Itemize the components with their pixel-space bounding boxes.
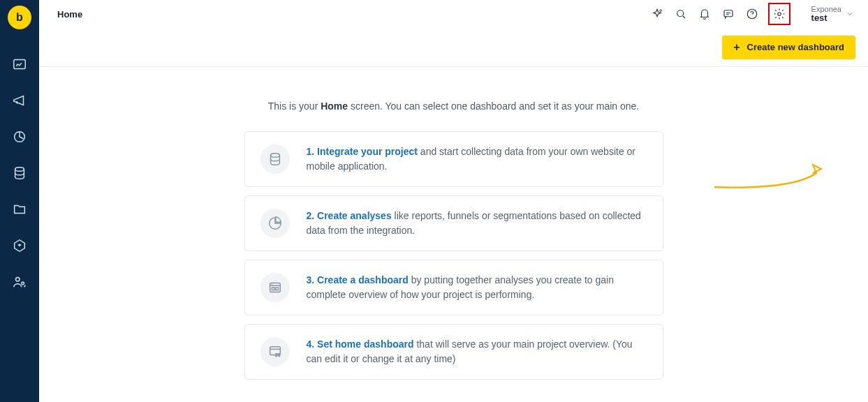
nav-data-icon[interactable]: [11, 165, 28, 181]
hint-arrow-icon: [713, 163, 825, 191]
svg-point-5: [16, 278, 20, 282]
svg-point-6: [22, 282, 24, 285]
brand-logo[interactable]: b: [8, 6, 31, 29]
nav-dashboard-icon[interactable]: [11, 56, 28, 73]
page-title: Home: [57, 9, 82, 20]
svg-rect-0: [14, 60, 26, 69]
card-analyses-text: 2. Create analyses like reports, funnels…: [307, 209, 647, 238]
card-integrate-link: 1. Integrate your project: [307, 146, 418, 157]
settings-icon-highlighted[interactable]: [768, 3, 790, 25]
project-selector[interactable]: Exponea test: [811, 5, 854, 23]
main-content: This is your Home screen. You can select…: [39, 67, 868, 402]
intro-text: This is your Home screen. You can select…: [39, 100, 868, 112]
card-dashboard-text: 3. Create a dashboard by putting togethe…: [307, 273, 647, 302]
intro-bold: Home: [321, 100, 348, 112]
svg-marker-4: [17, 244, 22, 246]
svg-rect-16: [275, 288, 278, 290]
card-home-dashboard[interactable]: 4. Set home dashboard that will serve as…: [244, 324, 663, 380]
svg-rect-8: [724, 10, 733, 17]
svg-point-11: [777, 13, 781, 16]
topbar-actions: Exponea test: [649, 3, 854, 25]
home-dashboard-icon: [260, 337, 290, 366]
card-analyses[interactable]: 2. Create analyses like reports, funnels…: [244, 195, 663, 251]
card-integrate[interactable]: 1. Integrate your project and start coll…: [244, 131, 663, 187]
create-dashboard-label: Create new dashboard: [747, 42, 844, 52]
bell-icon[interactable]: [697, 6, 712, 22]
svg-point-14: [271, 284, 272, 285]
project-name-label: test: [811, 13, 841, 23]
create-dashboard-button[interactable]: + Create new dashboard: [722, 36, 855, 59]
chevron-down-icon: [846, 10, 854, 18]
svg-rect-15: [272, 288, 274, 290]
nav-campaigns-icon[interactable]: [11, 92, 28, 109]
svg-point-2: [15, 168, 24, 172]
svg-point-7: [677, 10, 683, 17]
intro-suffix: screen. You can select one dashboard and…: [348, 100, 639, 112]
sidebar: b: [0, 0, 39, 402]
nav-assets-icon[interactable]: [11, 201, 28, 218]
dashboard-icon: [260, 273, 290, 302]
card-home-dashboard-text: 4. Set home dashboard that will serve as…: [307, 337, 647, 366]
help-icon[interactable]: [744, 6, 760, 22]
pie-icon: [260, 209, 290, 238]
card-home-link: 4. Set home dashboard: [307, 338, 414, 350]
card-dashboard-link: 3. Create a dashboard: [307, 274, 409, 285]
card-dashboard[interactable]: 3. Create a dashboard by putting togethe…: [244, 260, 663, 315]
card-analyses-link: 2. Create analyses: [307, 210, 392, 221]
plus-icon: +: [733, 41, 740, 54]
intro-prefix: This is your: [268, 100, 321, 112]
nav-analytics-icon[interactable]: [11, 128, 28, 145]
card-integrate-text: 1. Integrate your project and start coll…: [307, 144, 647, 174]
sparkle-icon[interactable]: [649, 6, 665, 22]
svg-point-10: [751, 16, 752, 17]
nav-integrations-icon[interactable]: [11, 237, 28, 254]
chat-icon[interactable]: [721, 6, 736, 22]
onboarding-cards: 1. Integrate your project and start coll…: [244, 131, 663, 380]
nav-users-icon[interactable]: [11, 274, 28, 290]
action-bar: + Create new dashboard: [39, 28, 868, 67]
topbar: Home Exponea test: [39, 0, 868, 28]
search-icon[interactable]: [673, 6, 689, 22]
svg-point-12: [270, 154, 279, 158]
database-icon: [260, 144, 290, 174]
